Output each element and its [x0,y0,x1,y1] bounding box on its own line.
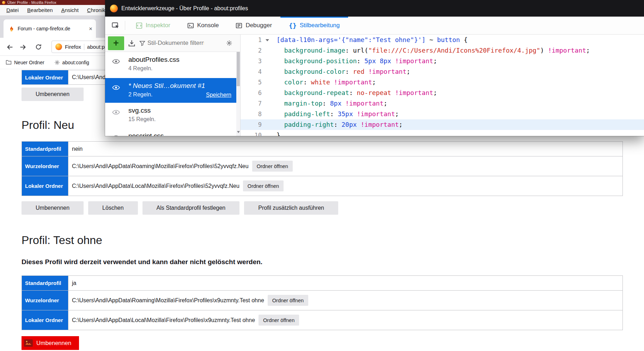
row-value: ja [72,280,76,286]
tab-debugger[interactable]: Debugger [227,17,280,34]
ordner-öffnen-button[interactable]: Ordner öffnen [268,295,308,306]
stylesheet-rule-count: 4 Regeln. [128,65,233,72]
code-text: [data-l10n-args='{"name":"Test ohne"}'] … [273,35,468,45]
table-row: Standardprofilja [22,276,623,291]
line-number: 10 [241,130,262,136]
code-text: background-color: red !important; [273,66,410,77]
row-value-cell: C:\Users\Andi\AppData\Roaming\Mozilla\Fi… [68,156,623,176]
line-number: 5 [241,77,262,88]
line-number: 4 [241,66,262,77]
identity-label: Firefox [65,44,81,50]
line-number: 2 [241,45,262,56]
code-line-3[interactable]: 3 background-position: 5px 8px !importan… [241,56,644,66]
row-header-wurzelordner: Wurzelordner [22,291,68,310]
row-value-cell: nein [68,142,623,156]
save-link[interactable]: Speichern [206,92,231,98]
code-line-6[interactable]: 6 background-repeat: no-repeat !importan… [241,88,644,98]
back-button[interactable] [5,42,14,52]
fold-spacer [262,45,273,56]
gear-icon [54,60,60,65]
bookmark-label: about:config [62,60,89,65]
bookmark-neuer-ordner[interactable]: Neuer Ordner [6,59,44,65]
eye-visibility-icon[interactable] [112,110,120,115]
line-number: 7 [241,98,262,109]
fold-spacer [262,119,273,130]
code-line-2[interactable]: 2 background-image: url("file:///C:/User… [241,45,644,56]
code-line-8[interactable]: 8 padding-left: 35px !important; [241,109,644,119]
eye-visibility-icon[interactable] [112,135,120,136]
umbenennen-button[interactable]: Umbenennen [22,88,84,101]
fold-arrow-icon[interactable] [262,35,273,45]
row-value: C:\Users\Andi\AppData\Roaming\Mozilla\Fi… [72,163,249,169]
code-text: color: white !important; [273,77,376,88]
ordner-öffnen-button[interactable]: Ordner öffnen [243,180,284,191]
tab-label: Konsole [197,22,219,29]
stylesheet-item-noscript[interactable]: noscript.css [105,128,236,136]
code-text: } [273,130,280,136]
forward-button[interactable] [18,42,28,52]
new-stylesheet-button[interactable]: + [108,36,124,50]
tab-label: Debugger [245,22,272,29]
options-gear-icon[interactable] [226,40,232,46]
tab-inspektor[interactable]: Inspektor [127,17,179,34]
tab-close-icon[interactable]: × [89,26,92,32]
löschen-button[interactable]: Löschen [88,201,138,215]
code-line-10[interactable]: 10} [241,130,644,136]
toolbar-separator [125,21,125,30]
menu-datei[interactable]: Datei [2,7,23,13]
umbenennen-button[interactable]: Umbenennen [22,336,79,350]
browser-tab[interactable]: Forum - camp-firefox.de × [4,19,96,38]
flame-icon [8,26,14,32]
firefox-identity-icon [55,43,62,50]
menu-ansicht[interactable]: Ansicht [57,7,83,13]
eye-visibility-icon[interactable] [112,59,120,64]
stylesheet-item-svg[interactable]: svg.css 15 Regeln. [105,103,236,128]
row-value-cell: C:\Users\Andi\AppData\Local\Mozilla\Fire… [68,176,623,196]
code-line-9[interactable]: 9 padding-right: 20px !important; [241,119,644,130]
code-line-5[interactable]: 5 color: white !important; [241,77,644,88]
scrollbar-thumb[interactable] [237,52,240,86]
import-stylesheet-icon[interactable] [128,40,135,47]
devtools-window-title: Entwicklerwerkzeuge - Über Profile - abo… [121,5,248,12]
row-value: C:\Users\And [72,74,105,80]
stylesheet-item-new-style-document[interactable]: * Neues Stil…okument #1 2 Regeln. Speich… [105,78,236,103]
stylesheet-filter-input[interactable] [147,40,204,47]
code-text: background-position: 5px 8px !important; [273,56,437,66]
als-standardprofil-festlegen-button[interactable]: Als Standardprofil festlegen [142,201,240,215]
ordner-öffnen-button[interactable]: Ordner öffnen [252,161,293,172]
profile-table-slot: StandardprofiljaWurzelordnerC:\Users\And… [22,275,644,330]
stylesheet-name: noscript.css [128,132,233,136]
tab-title: Forum - camp-firefox.de [18,26,86,31]
tab-label: Stilbearbeitung [300,22,340,29]
profil-zusätzlich-ausführen-button[interactable]: Profil zusätzlich ausführen [244,201,338,215]
table-row: WurzelordnerC:\Users\Andi\AppData\Roamin… [22,291,623,310]
row-header-lokaler-ordner: Lokaler Ordner [22,310,68,330]
inspector-icon [136,22,142,29]
table-row: WurzelordnerC:\Users\Andi\AppData\Roamin… [22,156,623,176]
stylesheet-name: * Neues Stil…okument #1 [128,82,233,90]
row-header-standardprofil: Standardprofil [22,142,68,156]
eye-visibility-icon[interactable] [112,85,120,90]
row-header-standardprofil: Standardprofil [22,276,68,291]
bookmark-about-config[interactable]: about:config [54,60,89,65]
stylesheet-item-aboutprofiles[interactable]: aboutProfiles.css 4 Regeln. [105,52,236,78]
scrollbar-down-arrow-icon[interactable] [237,131,240,135]
code-line-1[interactable]: 1[data-l10n-args='{"name":"Test ohne"}']… [241,35,644,45]
code-line-4[interactable]: 4 background-color: red !important; [241,66,644,77]
ordner-öffnen-button[interactable]: Ordner öffnen [259,315,299,326]
menu-bearbeiten[interactable]: Bearbeiten [23,7,57,13]
umbenennen-button[interactable]: Umbenennen [22,201,84,215]
tab-stilbearbeitung[interactable]: {} Stilbearbeitung [280,17,348,34]
code-line-7[interactable]: 7 margin-top: 8px !important; [241,98,644,109]
line-number: 9 [241,119,262,130]
fold-spacer [262,77,273,88]
row-value-cell: C:\Users\Andi\AppData\Local\Mozilla\Fire… [68,310,623,330]
stylesheet-list: aboutProfiles.css 4 Regeln. * Neues Stil… [105,52,236,136]
bookmark-label: Neuer Ordner [14,60,44,65]
reload-button[interactable] [34,42,43,52]
pick-element-icon[interactable] [109,17,123,34]
tab-konsole[interactable]: Konsole [179,17,227,34]
stylesheet-rule-count: 15 Regeln. [128,116,233,123]
sidebar-scrollbar[interactable] [236,52,240,136]
code-text: background-repeat: no-repeat !important; [273,88,437,98]
